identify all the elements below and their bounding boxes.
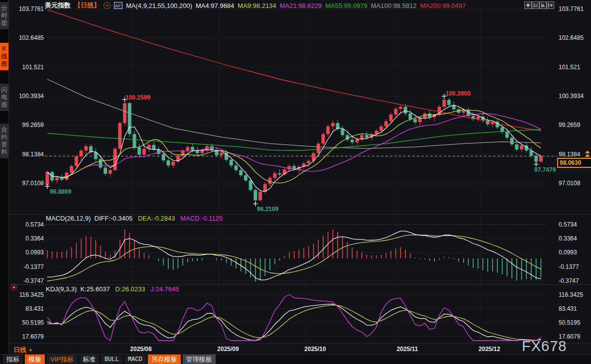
macd-header: MACD(26,12,9) DIFF:-0.3405 DEA:-0.2843 M… xyxy=(46,215,223,222)
tab-manage-templates[interactable]: 管理模板 xyxy=(183,355,216,364)
symbol-name: 美元指数 xyxy=(45,1,71,10)
live-indicator-icon xyxy=(10,283,18,293)
ma55-value: MA55:99.0979 xyxy=(325,2,367,9)
kdj-j-value: J:24.7645 xyxy=(150,285,179,293)
period-tag[interactable]: 【日线】 xyxy=(74,1,100,10)
sidebar-item-flash-chart[interactable]: 闪电图 xyxy=(0,84,8,111)
kdj-header: KDJ(9,3,3) K:25.6037 D:26.0233 J:24.7645 xyxy=(46,285,179,293)
annotation-low-96-2109: 96.2109 xyxy=(257,206,278,213)
ma100-value: MA100:98.5812 xyxy=(371,2,417,9)
month-label: 2025/08 xyxy=(123,346,158,353)
triangle-up-icon: ▲ xyxy=(28,347,33,352)
last-price-box: 98.0630 xyxy=(557,158,591,168)
export-right-icon[interactable] xyxy=(547,1,554,9)
month-label: 2025/09 xyxy=(211,346,245,353)
bottom-toolbar: 指标 模板 VIP指标 标准 BULL MACD 另存模板 管理模板 xyxy=(0,354,591,364)
month-label: 2025/11 xyxy=(390,346,425,353)
move-chart-icon[interactable] xyxy=(524,1,532,9)
chart-application: 分时图 K线图 闪电图 合约资料 美元指数 【日线】 + MA(4,9,21,5… xyxy=(0,0,591,364)
chart-header: 美元指数 【日线】 + MA(4,9,21,55,100,200) MA4:97… xyxy=(45,1,466,10)
month-label: 2025/10 xyxy=(298,346,333,353)
ma200-value: MA200:99.0497 xyxy=(420,2,466,9)
tab-vip-indicators[interactable]: VIP指标 xyxy=(47,355,77,364)
tab-standard[interactable]: 标准 xyxy=(79,355,99,364)
period-label: 日线 xyxy=(13,346,26,354)
sidebar-item-timeline-chart[interactable]: 分时图 xyxy=(0,2,8,29)
tab-template[interactable]: 模板 xyxy=(25,355,45,364)
tab-macd[interactable]: MACD xyxy=(124,356,146,364)
month-label: 2025/12 xyxy=(472,346,507,353)
macd-diff-value: DIFF:-0.3405 xyxy=(95,215,133,222)
chart-canvas[interactable] xyxy=(0,0,591,364)
tab-save-as-template[interactable]: 另存模板 xyxy=(148,355,181,364)
ma4-value: MA4:97.9684 xyxy=(196,2,234,9)
timeline-strip: 日线 ▲ 2025/08 2025/09 2025/10 2025/11 202… xyxy=(8,343,591,355)
fx678-watermark: FX678 xyxy=(522,338,567,355)
annotation-high-100-3900: 100.3900 xyxy=(446,90,471,97)
add-indicator-icon[interactable]: + xyxy=(104,2,111,9)
annotation-low-96-8869: 96.8869 xyxy=(50,188,71,195)
sidebar-item-kline-chart[interactable]: K线图 xyxy=(0,43,8,70)
macd-hist-value: MACD:-0.1125 xyxy=(180,215,223,222)
sidebar-item-contract-info[interactable]: 合约资料 xyxy=(0,123,8,158)
sidebar: 分时图 K线图 闪电图 合约资料 xyxy=(0,0,9,364)
kdj-k-value: K:25.6037 xyxy=(80,285,110,293)
mini-chart-icon[interactable] xyxy=(114,2,122,9)
axis-play-icon[interactable] xyxy=(539,1,547,9)
macd-name: MACD(26,12,9) xyxy=(46,215,91,222)
kdj-name: KDJ(9,3,3) xyxy=(46,285,77,293)
ma9-value: MA9:98.2134 xyxy=(237,2,276,9)
ma-settings-label: MA(4,9,21,55,100,200) xyxy=(126,2,192,9)
ma21-value: MA21:98.6229 xyxy=(280,2,322,9)
annotation-high-100-2599: 100.2599 xyxy=(125,94,150,101)
macd-dea-value: DEA:-0.2843 xyxy=(138,215,175,222)
tab-indicators[interactable]: 指标 xyxy=(3,355,23,364)
tab-bull[interactable]: BULL xyxy=(101,356,122,364)
scroll-to-latest-icon[interactable] xyxy=(585,150,591,157)
annotation-low-97-7479: 97.7479 xyxy=(534,166,556,173)
kdj-d-value: D:26.0233 xyxy=(116,285,145,293)
axis-scale-icon[interactable] xyxy=(532,1,539,9)
period-selector[interactable]: 日线 ▲ xyxy=(13,346,33,355)
